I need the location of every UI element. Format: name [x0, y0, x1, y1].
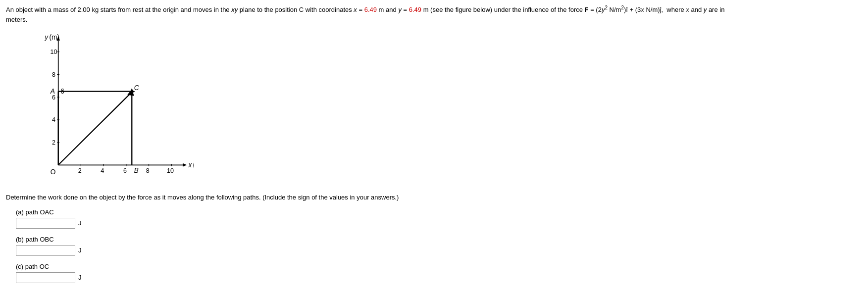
part-c-input-row: J [16, 272, 862, 283]
part-b-unit: J [78, 247, 82, 254]
part-c-label: (c) path OC [16, 263, 862, 270]
svg-text:2: 2 [52, 139, 55, 146]
part-a-label: (a) path OAC [16, 208, 862, 216]
svg-text:10: 10 [167, 168, 174, 175]
svg-text:8: 8 [146, 168, 150, 175]
svg-text:x: x [188, 161, 193, 169]
part-b-input[interactable] [16, 245, 75, 256]
svg-text:8: 8 [52, 71, 55, 78]
and-connector: and [386, 6, 397, 13]
svg-text:10: 10 [51, 49, 57, 56]
part-a-input-row: J [16, 218, 862, 229]
part-a-input[interactable] [16, 218, 75, 229]
y-coord-value: 6.49 [409, 6, 421, 13]
svg-text:4: 4 [101, 168, 104, 175]
svg-text:C: C [134, 85, 139, 92]
svg-text:O: O [51, 168, 56, 176]
svg-marker-1 [183, 163, 187, 167]
svg-text:6: 6 [123, 168, 127, 175]
x-coord-value: 6.49 [364, 6, 377, 13]
svg-text:2: 2 [78, 168, 82, 175]
svg-text:(m): (m) [49, 34, 59, 41]
part-a-unit: J [78, 219, 82, 227]
svg-text:A: A [50, 88, 55, 96]
coordinate-graph: 2 4 6 8 10 2 4 6 8 10 x (m) y (m) [36, 29, 194, 188]
svg-line-34 [58, 93, 131, 165]
part-c-row: (c) path OC J [16, 263, 862, 283]
part-c-unit: J [78, 274, 82, 281]
determine-text: Determine the work done on the object by… [6, 193, 862, 202]
part-b-row: (b) path OBC J [16, 236, 862, 256]
svg-text:(m): (m) [193, 161, 194, 169]
problem-sentence: An object with a mass of 2.00 kg starts … [6, 6, 724, 13]
svg-text:6: 6 [60, 88, 64, 96]
part-b-label: (b) path OBC [16, 236, 862, 243]
problem-text: An object with a mass of 2.00 kg starts … [6, 4, 848, 24]
meters-line: meters. [6, 16, 27, 23]
svg-text:y: y [44, 34, 49, 41]
part-a-row: (a) path OAC J [16, 208, 862, 229]
part-c-input[interactable] [16, 272, 75, 283]
svg-text:4: 4 [52, 117, 55, 124]
parts-container: (a) path OAC J (b) path OBC J (c) path O… [16, 208, 862, 283]
part-b-input-row: J [16, 245, 862, 256]
svg-text:B: B [134, 167, 139, 175]
figure-container: 2 4 6 8 10 2 4 6 8 10 x (m) y (m) [36, 29, 862, 188]
